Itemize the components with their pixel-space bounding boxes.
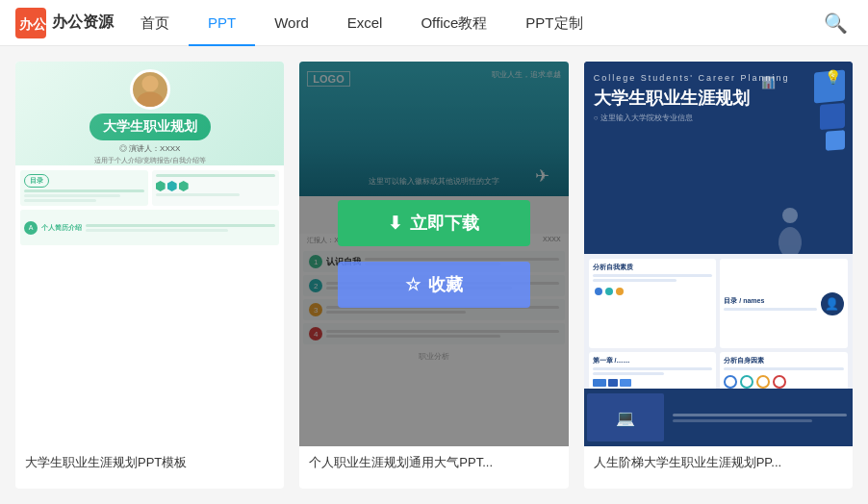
svg-text:办公: 办公 [18, 16, 46, 32]
search-button[interactable]: 🔍 [818, 6, 853, 40]
logo-icon: 办公 [15, 8, 46, 38]
card3-panel-3: 第一章 /…… [593, 356, 713, 365]
nav-item-ppt[interactable]: PPT [189, 0, 255, 46]
svg-point-4 [782, 208, 798, 223]
svg-point-5 [779, 227, 802, 254]
card-3[interactable]: College Students' Career Planning 大学生职业生… [584, 62, 853, 489]
nav-item-office-tutorial[interactable]: Office教程 [401, 0, 506, 46]
card-2-overlay: ⬇ 立即下载 ☆ 收藏 [299, 62, 568, 446]
star-icon: ☆ [405, 274, 421, 295]
card1-presenter: ◎ 演讲人：XXXX [119, 143, 181, 154]
nav-item-home[interactable]: 首页 [121, 0, 189, 46]
card-2-thumbnail: LOGO 职业人生，追求卓越 这里可以输入徽标或其他说明性的文字 ✈ 职业生涯规… [299, 62, 568, 446]
collect-label: 收藏 [428, 273, 463, 296]
download-icon: ⬇ [388, 213, 402, 234]
card1-subtitle: 适用于个人介绍/竞聘报告/自我介绍等 [94, 156, 206, 165]
download-label: 立即下载 [410, 212, 479, 235]
svg-point-3 [137, 92, 163, 110]
card-2-label: 个人职业生涯规划通用大气PPT... [299, 446, 568, 479]
card3-small-title: College Students' Career Planning [594, 73, 843, 83]
card3-main-title: 大学生职业生涯规划 [594, 87, 843, 110]
card3-sub: ○ 这里输入大学院校专业信息 [594, 113, 843, 123]
card3-panel-2: 目录 / names [724, 296, 817, 306]
main-content: 大学生职业规划 ◎ 演讲人：XXXX 适用于个人介绍/竞聘报告/自我介绍等 目录 [0, 46, 868, 504]
card-3-thumbnail: College Students' Career Planning 大学生职业生… [584, 62, 853, 446]
card-2[interactable]: LOGO 职业人生，追求卓越 这里可以输入徽标或其他说明性的文字 ✈ 职业生涯规… [299, 62, 568, 489]
download-button[interactable]: ⬇ 立即下载 [338, 200, 530, 246]
card3-panel-1: 分析自我素质 [593, 263, 713, 272]
nav-item-ppt-custom[interactable]: PPT定制 [506, 0, 601, 46]
card-1-thumbnail: 大学生职业规划 ◎ 演讲人：XXXX 适用于个人介绍/竞聘报告/自我介绍等 目录 [15, 62, 284, 446]
card1-section: 个人简历介绍 [41, 223, 82, 233]
logo[interactable]: 办公 办公资源 [15, 8, 121, 38]
card-1[interactable]: 大学生职业规划 ◎ 演讲人：XXXX 适用于个人介绍/竞聘报告/自我介绍等 目录 [15, 62, 284, 489]
nav-item-word[interactable]: Word [255, 0, 328, 46]
card-3-label: 人生阶梯大学生职业生涯规划PP... [584, 446, 853, 479]
header: 办公 办公资源 首页 PPT Word Excel Office教程 PPT定制… [0, 0, 868, 46]
logo-text: 办公资源 [52, 13, 114, 33]
card-1-label: 大学生职业生涯规划PPT模板 [15, 446, 284, 479]
card1-main-title: 大学生职业规划 [89, 113, 211, 140]
collect-button[interactable]: ☆ 收藏 [338, 262, 530, 308]
svg-point-2 [141, 75, 158, 91]
search-icon: 🔍 [824, 12, 848, 35]
card3-panel-4: 分析自身因素 [724, 356, 844, 365]
nav: 首页 PPT Word Excel Office教程 PPT定制 [121, 0, 818, 46]
nav-item-excel[interactable]: Excel [328, 0, 402, 46]
